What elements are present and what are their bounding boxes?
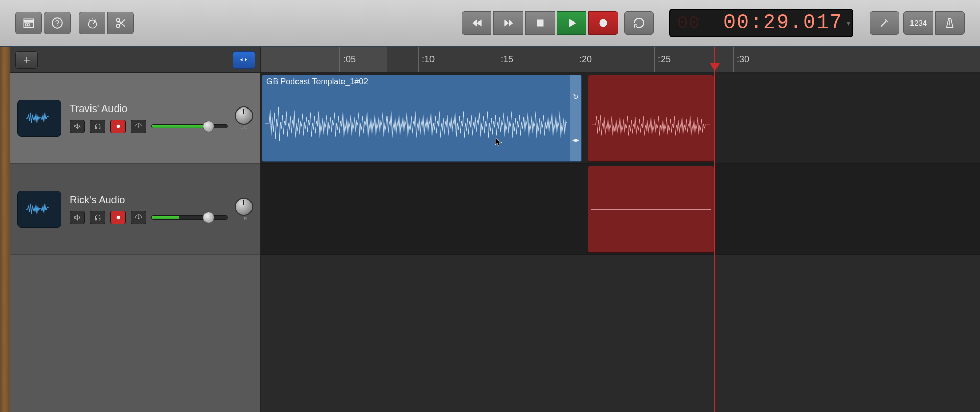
region-label: GB Podcast Template_1#02 [262, 75, 581, 89]
track-type-icon [17, 100, 61, 137]
track-name-label: Rick's Audio [70, 194, 235, 206]
svg-point-12 [117, 216, 120, 220]
solo-button[interactable] [90, 211, 105, 224]
ruler-tick: :20 [576, 47, 592, 72]
count-in-label: 1234 [910, 18, 927, 27]
input-monitor-button[interactable] [131, 211, 146, 224]
mute-icon [73, 122, 81, 131]
monitor-icon [134, 213, 143, 222]
time-ruler[interactable]: :05 :10 :15 :20 :25 :30 [261, 47, 980, 73]
pan-knob[interactable] [235, 106, 253, 125]
headphones-icon [94, 213, 102, 222]
fade-icon[interactable]: ◂▸ [572, 136, 579, 144]
record-icon [597, 16, 610, 30]
pan-control: L R [235, 106, 253, 130]
monitor-icon [134, 122, 143, 131]
volume-slider[interactable] [151, 215, 228, 220]
recording-region[interactable] [588, 75, 714, 162]
waveform-flatline [591, 209, 711, 210]
ruler-tick: :10 [418, 47, 435, 72]
scissors-button[interactable] [107, 12, 134, 34]
loop-icon[interactable]: ↻ [573, 93, 579, 101]
record-button[interactable] [588, 11, 618, 35]
wood-edge [0, 47, 10, 412]
transport-controls: 00 00:29.017 ▾ 1234 [462, 9, 965, 37]
volume-knob[interactable] [203, 212, 214, 223]
time-display[interactable]: 00 00:29.017 ▾ [669, 9, 853, 37]
record-dot-icon [114, 213, 122, 222]
svg-rect-8 [537, 19, 543, 26]
record-enable-button[interactable] [110, 211, 126, 224]
cycle-button[interactable] [624, 11, 654, 35]
track-header-panel: ＋ Travis' Audio [10, 47, 261, 412]
track-panel-header: ＋ [10, 47, 260, 73]
rewind-icon [470, 16, 484, 30]
chevron-down-icon[interactable]: ▾ [847, 19, 850, 27]
audio-region[interactable]: GB Podcast Template_1#02 ↻ ◂▸ [262, 75, 582, 162]
stop-button[interactable] [525, 11, 555, 35]
ruler-tick: :05 [339, 47, 356, 72]
waveform-display [592, 110, 710, 140]
workspace: ＋ Travis' Audio [0, 46, 980, 412]
tracks-area[interactable]: GB Podcast Template_1#02 ↻ ◂▸ [261, 73, 980, 412]
record-enable-button[interactable] [110, 120, 126, 133]
scissors-icon [114, 16, 127, 30]
note-editor-button[interactable] [870, 11, 899, 35]
lcd-time: 00:29.017 [723, 11, 843, 34]
track-name-label: Travis' Audio [70, 103, 235, 115]
pan-label: L R [235, 216, 253, 221]
svg-point-9 [599, 19, 607, 27]
volume-fill [152, 125, 207, 128]
headphones-icon [94, 122, 102, 131]
ruler-highlight [261, 47, 387, 72]
waveform-icon [25, 108, 54, 128]
zoom-fit-icon [239, 55, 249, 65]
fast-forward-button[interactable] [493, 11, 523, 35]
library-icon [22, 16, 35, 30]
recording-region[interactable] [588, 166, 714, 253]
pan-knob[interactable] [235, 198, 253, 216]
metronome-icon [943, 16, 956, 30]
svg-point-10 [117, 125, 120, 128]
timeline-area: :05 :10 :15 :20 :25 :30 GB Podcast Templ… [261, 47, 980, 412]
count-in-button[interactable]: 1234 [903, 11, 933, 35]
mute-button[interactable] [70, 120, 85, 133]
volume-slider[interactable] [151, 124, 228, 128]
volume-fill [152, 216, 179, 219]
track-type-icon [17, 191, 61, 228]
help-icon: ? [51, 16, 64, 30]
library-button[interactable] [15, 12, 42, 34]
pan-label: L R [235, 125, 253, 130]
cycle-icon [632, 16, 646, 30]
tuner-button[interactable] [79, 12, 105, 34]
solo-button[interactable] [90, 120, 105, 133]
svg-line-3 [93, 21, 95, 24]
note-icon [878, 16, 891, 30]
lcd-ghost-digits: 00 [677, 13, 700, 33]
pan-control: L R [235, 198, 253, 221]
horizontal-zoom-button[interactable] [233, 51, 255, 69]
track-header-row[interactable]: Rick's Audio L R [10, 164, 260, 255]
region-handle[interactable]: ↻ ◂▸ [570, 75, 581, 161]
mute-button[interactable] [70, 211, 85, 224]
svg-point-13 [138, 218, 140, 219]
tuner-icon [86, 16, 99, 30]
track-header-row[interactable]: Travis' Audio L R [10, 73, 260, 164]
record-dot-icon [114, 122, 122, 131]
metronome-button[interactable] [935, 11, 965, 35]
add-track-button[interactable]: ＋ [15, 51, 38, 69]
input-monitor-button[interactable] [131, 120, 146, 133]
play-icon [565, 16, 579, 30]
help-button[interactable]: ? [44, 12, 71, 34]
stop-icon [534, 16, 547, 30]
main-toolbar: ? [0, 0, 980, 46]
waveform-icon [25, 199, 54, 220]
ruler-tick: :15 [497, 47, 513, 72]
svg-point-11 [138, 126, 140, 128]
rewind-button[interactable] [462, 11, 491, 35]
volume-knob[interactable] [203, 121, 214, 132]
ruler-tick: :25 [654, 47, 671, 72]
playhead[interactable] [714, 47, 715, 412]
play-button[interactable] [557, 11, 586, 35]
fast-forward-icon [502, 16, 515, 30]
